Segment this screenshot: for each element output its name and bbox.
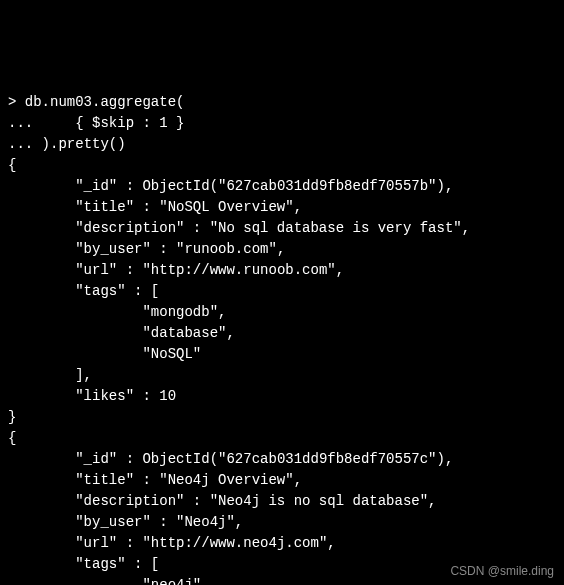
field-byuser-value: "Neo4j", (176, 514, 243, 530)
field-tags-label: "tags" (75, 283, 125, 299)
command-text-1: db.num03.aggregate( (16, 94, 184, 110)
tag-item: "database", (142, 325, 234, 341)
field-id-label: "_id" (75, 451, 117, 467)
field-likes-value: 10 (159, 388, 176, 404)
field-title-label: "title" (75, 472, 134, 488)
field-url-label: "url" (75, 535, 117, 551)
field-likes-label: "likes" (75, 388, 134, 404)
field-description-label: "description" (75, 493, 184, 509)
continuation-dots: ... (8, 115, 33, 131)
continuation-dots: ... (8, 136, 33, 152)
field-byuser-value: "runoob.com", (176, 241, 285, 257)
field-byuser-label: "by_user" (75, 514, 151, 530)
tag-item: "NoSQL" (142, 346, 201, 362)
field-id-value: ObjectId("627cab031dd9fb8edf70557c"), (142, 451, 453, 467)
tag-item: "mongodb", (142, 304, 226, 320)
field-url-value: "http://www.neo4j.com", (142, 535, 335, 551)
field-url-label: "url" (75, 262, 117, 278)
tag-item: "neo4j", (142, 577, 209, 585)
command-text-2: { $skip : 1 } (33, 115, 184, 131)
field-description-label: "description" (75, 220, 184, 236)
field-title-value: "Neo4j Overview", (159, 472, 302, 488)
field-byuser-label: "by_user" (75, 241, 151, 257)
field-tags-label: "tags" (75, 556, 125, 572)
field-title-value: "NoSQL Overview", (159, 199, 302, 215)
field-id-label: "_id" (75, 178, 117, 194)
field-url-value: "http://www.runoob.com", (142, 262, 344, 278)
command-text-3: ).pretty() (33, 136, 125, 152)
field-description-value: "No sql database is very fast", (210, 220, 470, 236)
field-title-label: "title" (75, 199, 134, 215)
field-description-value: "Neo4j is no sql database", (210, 493, 437, 509)
terminal-output: > db.num03.aggregate( ... { $skip : 1 } … (8, 92, 556, 585)
watermark-text: CSDN @smile.ding (450, 562, 554, 580)
field-id-value: ObjectId("627cab031dd9fb8edf70557b"), (142, 178, 453, 194)
